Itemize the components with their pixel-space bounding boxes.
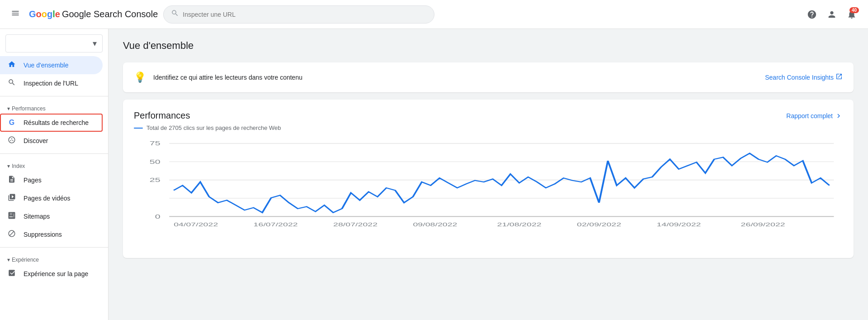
menu-icon[interactable]: [7, 5, 24, 24]
pages-videos-icon: [7, 193, 16, 204]
notifications-button[interactable]: 40: [843, 5, 861, 24]
suppressions-icon: [7, 229, 16, 240]
performances-legend: Total de 2705 clics sur les pages de rec…: [134, 124, 843, 131]
chart-line: [174, 153, 829, 213]
sidebar-item-discover[interactable]: Discover: [0, 132, 103, 150]
sidebar-item-sitemaps-label: Sitemaps: [24, 213, 50, 220]
sidebar-item-sitemaps[interactable]: Sitemaps: [0, 207, 103, 225]
section-index-label: Index: [12, 163, 25, 169]
experience-page-icon: [7, 269, 16, 279]
nav-section-experience[interactable]: ▾ Expérience: [0, 251, 108, 265]
nav-divider-3: [0, 247, 108, 248]
property-dropdown-arrow: ▾: [93, 38, 97, 48]
rapport-complet-link[interactable]: Rapport complet: [786, 112, 843, 120]
external-link-icon: [835, 73, 843, 82]
home-icon: [7, 60, 16, 71]
sidebar-nav: Vue d'ensemble Inspection de l'URL ▾ Per…: [0, 56, 108, 320]
sidebar-item-discover-label: Discover: [24, 137, 48, 144]
performances-header: Performances Rapport complet: [134, 110, 843, 121]
sidebar-item-resultats-recherche[interactable]: G Résultats de recherche: [0, 114, 103, 132]
svg-text:50: 50: [150, 159, 160, 165]
svg-text:0: 0: [155, 214, 160, 220]
search-console-insights-link[interactable]: Search Console Insights: [765, 73, 843, 82]
insight-left: 💡 Identifiez ce qui attire les lecteurs …: [134, 72, 302, 83]
section-experience-arrow: ▾: [7, 257, 10, 263]
nav-section-performances[interactable]: ▾ Performances: [0, 100, 108, 114]
main-content: Vue d'ensemble 💡 Identifiez ce qui attir…: [108, 29, 868, 320]
svg-text:75: 75: [150, 140, 160, 147]
search-console-insights-label: Search Console Insights: [765, 74, 834, 81]
search-icon: [171, 9, 179, 19]
nav-section-index[interactable]: ▾ Index: [0, 158, 108, 171]
sitemaps-icon: [7, 211, 16, 222]
svg-text:14/09/2022: 14/09/2022: [656, 222, 701, 228]
svg-text:04/07/2022: 04/07/2022: [174, 222, 218, 228]
svg-text:09/08/2022: 09/08/2022: [413, 222, 457, 228]
sidebar-item-experience-page-label: Expérience sur la page: [24, 270, 88, 277]
svg-text:02/09/2022: 02/09/2022: [577, 222, 621, 228]
section-index-arrow: ▾: [7, 163, 10, 169]
performances-card: Performances Rapport complet Total de 27…: [123, 100, 854, 258]
notification-badge: 40: [849, 7, 859, 13]
sidebar-item-pages-label: Pages: [24, 177, 42, 184]
account-button[interactable]: [823, 5, 841, 24]
search-input[interactable]: [183, 11, 427, 18]
nav-divider-1: [0, 96, 108, 96]
section-performances-arrow: ▾: [7, 105, 10, 112]
performances-title: Performances: [134, 110, 190, 121]
rapport-complet-label: Rapport complet: [786, 112, 833, 119]
section-experience-label: Expérience: [12, 257, 39, 263]
help-button[interactable]: [803, 5, 821, 24]
topbar: Google Google Search Console 40: [0, 0, 868, 29]
chart-svg: 75 50 25 0 04/07/2022 16/07/2022 28/07/2…: [134, 139, 843, 247]
svg-text:21/08/2022: 21/08/2022: [497, 222, 542, 228]
svg-text:25: 25: [150, 177, 160, 183]
app-logo: Google Google Search Console: [29, 9, 158, 19]
main-layout: ▾ Vue d'ensemble Inspection de l'URL ▾: [0, 29, 868, 320]
legend-line: [134, 128, 143, 129]
insight-card: 💡 Identifiez ce qui attire les lecteurs …: [123, 62, 854, 92]
lightbulb-icon: 💡: [134, 72, 146, 83]
sidebar-item-inspection-url[interactable]: Inspection de l'URL: [0, 74, 103, 92]
topbar-icons: 40: [803, 5, 861, 24]
svg-text:28/07/2022: 28/07/2022: [333, 222, 377, 228]
svg-text:26/09/2022: 26/09/2022: [741, 222, 785, 228]
sidebar-item-pages-videos-label: Pages de vidéos: [24, 195, 71, 202]
sidebar: ▾ Vue d'ensemble Inspection de l'URL ▾: [0, 29, 108, 320]
pages-icon: [7, 175, 16, 186]
sidebar-item-pages[interactable]: Pages: [0, 171, 103, 189]
search-bar[interactable]: [163, 5, 434, 24]
insight-text: Identifiez ce qui attire les lecteurs da…: [153, 74, 302, 81]
sidebar-item-experience-page[interactable]: Expérience sur la page: [0, 265, 103, 283]
search-small-icon: [7, 78, 16, 89]
legend-text: Total de 2705 clics sur les pages de rec…: [146, 124, 281, 131]
property-selector[interactable]: ▾: [5, 34, 103, 53]
app-name: Google Search Console: [62, 9, 158, 19]
section-performances-label: Performances: [12, 105, 46, 112]
sidebar-item-inspection-url-label: Inspection de l'URL: [24, 80, 78, 87]
sidebar-item-suppressions[interactable]: Suppressions: [0, 225, 103, 244]
google-g-icon: G: [7, 119, 16, 127]
sidebar-item-vue-ensemble[interactable]: Vue d'ensemble: [0, 56, 103, 74]
nav-divider-2: [0, 153, 108, 154]
sidebar-item-resultats-label: Résultats de recherche: [24, 119, 89, 126]
sidebar-item-suppressions-label: Suppressions: [24, 231, 62, 238]
page-title: Vue d'ensemble: [123, 40, 854, 52]
performances-chart: 75 50 25 0 04/07/2022 16/07/2022 28/07/2…: [134, 139, 843, 247]
sidebar-item-vue-ensemble-label: Vue d'ensemble: [24, 62, 68, 69]
discover-icon: [7, 136, 16, 146]
svg-text:16/07/2022: 16/07/2022: [254, 222, 298, 228]
sidebar-item-pages-videos[interactable]: Pages de vidéos: [0, 189, 103, 207]
